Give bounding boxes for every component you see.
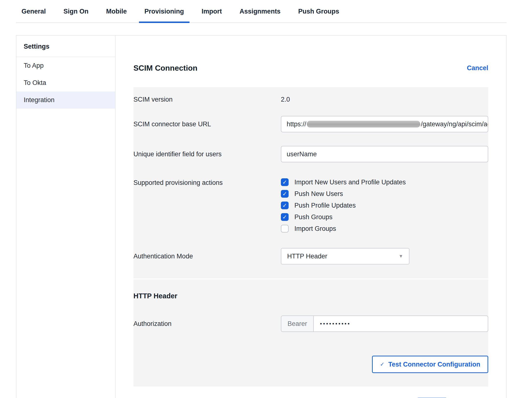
sidebar-item-to-okta[interactable]: To Okta bbox=[16, 74, 115, 91]
tab-mobile[interactable]: Mobile bbox=[101, 0, 132, 23]
unique-identifier-row: Unique identifier field for users userNa… bbox=[133, 146, 488, 162]
unique-identifier-value: userName bbox=[287, 150, 317, 158]
cancel-link-top[interactable]: Cancel bbox=[467, 64, 488, 72]
sidebar-heading: Settings bbox=[16, 36, 115, 57]
checkbox-row-push-new-users[interactable]: ✓ Push New Users bbox=[281, 190, 488, 198]
title-row: SCIM Connection Cancel bbox=[133, 64, 488, 73]
checkbox-label: Push Profile Updates bbox=[294, 202, 356, 209]
check-icon: ✓ bbox=[282, 180, 287, 185]
checkbox-push-new-users[interactable]: ✓ bbox=[281, 190, 289, 198]
provisioning-actions-list: ✓ Import New Users and Profile Updates ✓… bbox=[281, 178, 488, 236]
scim-version-value: 2.0 bbox=[281, 96, 488, 103]
checkbox-import-new-users[interactable]: ✓ bbox=[281, 178, 289, 186]
tab-general[interactable]: General bbox=[16, 0, 51, 23]
authorization-label: Authorization bbox=[133, 320, 281, 328]
checkbox-label: Push Groups bbox=[294, 213, 333, 221]
scim-version-label: SCIM version bbox=[133, 96, 281, 103]
chevron-down-icon: ▼ bbox=[399, 254, 403, 259]
http-header-section: HTTP Header Authorization Bearer •••••••… bbox=[133, 279, 488, 387]
check-icon: ✓ bbox=[282, 203, 287, 208]
provisioning-card: Settings To App To Okta Integration SCIM… bbox=[16, 35, 507, 398]
tab-provisioning[interactable]: Provisioning bbox=[139, 0, 190, 23]
app-tab-bar: General Sign On Mobile Provisioning Impo… bbox=[16, 0, 507, 23]
scim-connection-form: SCIM version 2.0 SCIM connector base URL… bbox=[133, 87, 488, 278]
base-url-visible-suffix: /gateway/ng/api/scim/acc bbox=[421, 120, 488, 128]
authorization-token-input[interactable]: •••••••••• bbox=[314, 316, 488, 331]
checkbox-row-import-groups[interactable]: Import Groups bbox=[281, 225, 488, 233]
bearer-prefix: Bearer bbox=[281, 316, 314, 331]
scim-version-row: SCIM version 2.0 bbox=[133, 96, 488, 103]
test-connector-label: Test Connector Configuration bbox=[388, 361, 480, 368]
checkbox-push-groups[interactable]: ✓ bbox=[281, 213, 289, 221]
sidebar-item-to-app[interactable]: To App bbox=[16, 57, 115, 74]
tab-import[interactable]: Import bbox=[196, 0, 227, 23]
checkbox-import-groups[interactable] bbox=[281, 225, 289, 233]
base-url-input[interactable]: https:// /gateway/ng/api/scim/acc bbox=[281, 116, 488, 132]
main-content: SCIM Connection Cancel SCIM version 2.0 … bbox=[116, 36, 506, 398]
test-connector-row: ✓ Test Connector Configuration bbox=[133, 356, 488, 373]
sidebar-item-integration[interactable]: Integration bbox=[16, 91, 115, 109]
auth-mode-select[interactable]: HTTP Header ▼ bbox=[281, 248, 409, 264]
test-connector-button[interactable]: ✓ Test Connector Configuration bbox=[372, 356, 488, 373]
checkbox-label: Import New Users and Profile Updates bbox=[294, 179, 406, 186]
checkbox-row-push-groups[interactable]: ✓ Push Groups bbox=[281, 213, 488, 221]
check-icon: ✓ bbox=[380, 361, 384, 368]
authorization-input-group: Bearer •••••••••• bbox=[281, 315, 488, 332]
http-header-heading: HTTP Header bbox=[133, 292, 488, 300]
provisioning-actions-label: Supported provisioning actions bbox=[133, 179, 281, 187]
auth-mode-label: Authentication Mode bbox=[133, 253, 281, 260]
check-icon: ✓ bbox=[282, 214, 287, 220]
base-url-row: SCIM connector base URL https:// /gatewa… bbox=[133, 116, 488, 132]
checkbox-row-push-profile-updates[interactable]: ✓ Push Profile Updates bbox=[281, 202, 488, 209]
provisioning-actions-row: Supported provisioning actions ✓ Import … bbox=[133, 178, 488, 236]
checkbox-label: Push New Users bbox=[294, 190, 343, 198]
redaction-bar bbox=[307, 121, 420, 128]
page-title: SCIM Connection bbox=[133, 64, 197, 73]
settings-sidebar: Settings To App To Okta Integration bbox=[16, 36, 116, 398]
tab-sign-on[interactable]: Sign On bbox=[58, 0, 94, 23]
unique-identifier-label: Unique identifier field for users bbox=[133, 150, 281, 158]
base-url-visible-prefix: https:// bbox=[287, 120, 306, 128]
auth-mode-row: Authentication Mode HTTP Header ▼ bbox=[133, 248, 488, 264]
checkbox-row-import-new-users[interactable]: ✓ Import New Users and Profile Updates bbox=[281, 178, 488, 186]
base-url-label: SCIM connector base URL bbox=[133, 120, 281, 128]
check-icon: ✓ bbox=[282, 191, 287, 197]
tab-push-groups[interactable]: Push Groups bbox=[293, 0, 345, 23]
unique-identifier-input[interactable]: userName bbox=[281, 146, 488, 162]
authorization-row: Authorization Bearer •••••••••• bbox=[133, 315, 488, 332]
checkbox-label: Import Groups bbox=[294, 225, 336, 233]
tab-assignments[interactable]: Assignments bbox=[234, 0, 286, 23]
checkbox-push-profile-updates[interactable]: ✓ bbox=[281, 202, 289, 209]
auth-mode-selected-value: HTTP Header bbox=[287, 253, 327, 260]
